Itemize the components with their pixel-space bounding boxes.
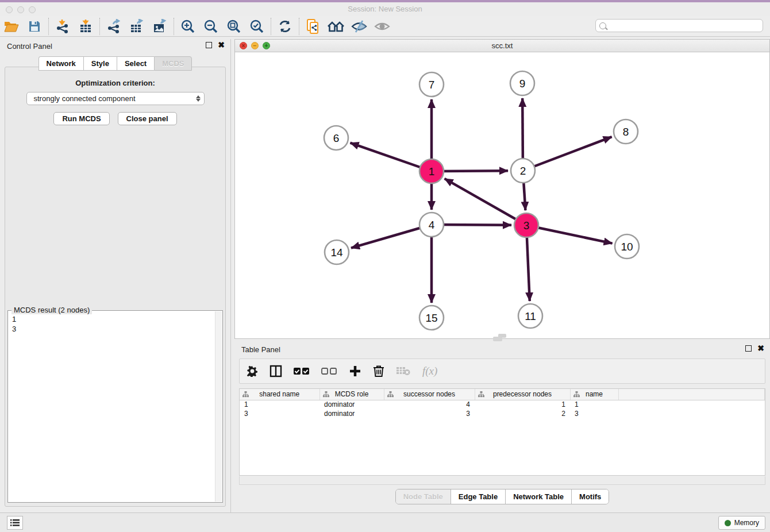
search-icon xyxy=(599,22,606,29)
node-15[interactable]: 15 xyxy=(419,306,444,330)
import-table-icon[interactable] xyxy=(74,17,97,36)
column-header-predecessor-nodes[interactable]: predecessor nodes xyxy=(475,389,570,400)
svg-text:10: 10 xyxy=(621,241,633,253)
window-title: Session: New Session xyxy=(0,5,770,13)
svg-text:11: 11 xyxy=(525,310,536,322)
optimization-dropdown[interactable]: strongly connected component xyxy=(26,92,205,105)
result-scrollbar[interactable] xyxy=(215,311,222,502)
clone-network-icon[interactable] xyxy=(302,17,325,36)
memory-status-icon xyxy=(725,520,731,526)
svg-text:3: 3 xyxy=(523,219,530,232)
table-panel-title: Table Panel xyxy=(241,345,280,354)
tab-edge-table[interactable]: Edge Table xyxy=(451,489,506,504)
column-header-filler xyxy=(618,389,765,400)
node-10[interactable]: 10 xyxy=(615,234,639,259)
open-folder-icon[interactable] xyxy=(0,17,23,36)
node-table[interactable]: shared nameMCDS rolesuccessor nodesprede… xyxy=(239,388,765,476)
network-window-titlebar[interactable]: × − + scc.txt xyxy=(235,40,769,52)
zoom-in-icon[interactable] xyxy=(176,17,199,36)
export-image-icon[interactable] xyxy=(148,17,171,36)
mcds-panel: Optimization criterion: strongly connect… xyxy=(5,67,226,507)
node-2[interactable]: 2 xyxy=(511,159,535,183)
node-4[interactable]: 4 xyxy=(419,213,444,237)
column-header-MCDS-role[interactable]: MCDS role xyxy=(319,389,384,400)
tab-style[interactable]: Style xyxy=(83,56,117,71)
table-toolbar: f(x) xyxy=(239,358,765,384)
edge-3-1[interactable] xyxy=(445,179,526,225)
add-column-icon[interactable] xyxy=(349,365,361,377)
delete-table-icon[interactable] xyxy=(396,366,411,376)
run-mcds-button[interactable]: Run MCDS xyxy=(53,112,109,125)
network-window-title: scc.txt xyxy=(235,41,769,50)
delete-icon[interactable] xyxy=(373,365,384,377)
task-history-button[interactable] xyxy=(7,516,23,530)
table-tabs: Node TableEdge TableNetwork TableMotifs xyxy=(395,489,610,504)
horizontal-splitter-icon[interactable] xyxy=(493,337,502,341)
network-window: × − + scc.txt 7968124314101511 xyxy=(234,39,770,339)
svg-text:14: 14 xyxy=(330,246,343,259)
tab-network-table[interactable]: Network Table xyxy=(506,489,572,504)
svg-text:9: 9 xyxy=(519,78,526,90)
import-network-icon[interactable] xyxy=(51,17,74,36)
close-panel-button[interactable]: Close panel xyxy=(118,112,177,125)
column-view-icon[interactable] xyxy=(270,365,282,377)
deselect-all-icon[interactable] xyxy=(321,367,337,375)
select-all-icon[interactable] xyxy=(294,367,310,375)
network-canvas[interactable]: 7968124314101511 xyxy=(235,52,769,338)
edge-2-8[interactable] xyxy=(523,137,612,171)
node-8[interactable]: 8 xyxy=(614,119,638,144)
node-14[interactable]: 14 xyxy=(325,240,349,264)
column-header-shared-name[interactable]: shared name xyxy=(240,389,319,400)
close-panel-icon[interactable]: ✖ xyxy=(218,42,225,48)
search-input[interactable] xyxy=(609,22,763,30)
edge-1-6[interactable] xyxy=(351,143,432,171)
svg-text:15: 15 xyxy=(425,312,437,324)
tab-mcds[interactable]: MCDS xyxy=(154,56,192,71)
memory-label: Memory xyxy=(734,519,759,527)
close-table-panel-icon[interactable]: ✖ xyxy=(757,345,764,352)
float-panel-icon[interactable] xyxy=(206,42,212,48)
node-7[interactable]: 7 xyxy=(419,72,444,97)
svg-text:7: 7 xyxy=(429,79,435,91)
tab-node-table[interactable]: Node Table xyxy=(396,489,451,504)
hide-graphics-icon[interactable] xyxy=(348,17,371,36)
node-11[interactable]: 11 xyxy=(518,304,542,328)
svg-text:6: 6 xyxy=(333,132,340,144)
zoom-fit-icon[interactable] xyxy=(222,17,245,36)
chevron-updown-icon xyxy=(196,95,201,102)
mcds-result-box: MCDS result (2 nodes) 1 3 xyxy=(7,310,223,503)
mcds-result-text[interactable]: 1 3 xyxy=(9,314,214,501)
home-icon[interactable] xyxy=(325,17,348,36)
control-panel: Control Panel ✖ NetworkStyleSelectMCDS O… xyxy=(0,39,231,512)
zoom-out-icon[interactable] xyxy=(199,17,222,36)
export-table-icon[interactable] xyxy=(125,17,148,36)
tab-motifs[interactable]: Motifs xyxy=(572,489,609,504)
refresh-icon[interactable] xyxy=(274,17,297,36)
mcds-result-title: MCDS result (2 nodes) xyxy=(11,306,92,314)
table-row[interactable]: 1dominator411 xyxy=(240,400,765,409)
function-builder-icon[interactable]: f(x) xyxy=(422,365,437,377)
status-bar: Memory xyxy=(0,512,770,532)
table-row[interactable]: 3dominator323 xyxy=(240,409,765,418)
node-9[interactable]: 9 xyxy=(510,71,534,95)
tab-network[interactable]: Network xyxy=(38,56,83,71)
float-table-panel-icon[interactable] xyxy=(745,345,752,352)
save-icon[interactable] xyxy=(23,17,46,36)
table-scrollbar[interactable] xyxy=(239,476,765,485)
column-header-successor-nodes[interactable]: successor nodes xyxy=(384,389,475,400)
tab-select[interactable]: Select xyxy=(117,56,154,71)
edge-3-10[interactable] xyxy=(526,225,613,244)
zoom-selected-icon[interactable] xyxy=(245,17,268,36)
node-3[interactable]: 3 xyxy=(514,213,538,237)
node-6[interactable]: 6 xyxy=(324,126,348,150)
memory-button[interactable]: Memory xyxy=(718,516,765,530)
node-1[interactable]: 1 xyxy=(419,159,444,183)
gear-icon[interactable] xyxy=(247,365,258,377)
svg-text:4: 4 xyxy=(429,219,435,231)
column-header-name[interactable]: name xyxy=(570,389,618,400)
show-graphics-icon[interactable] xyxy=(371,17,394,36)
search-box[interactable] xyxy=(595,19,763,32)
table-panel: Table Panel ✖ f(x) shared nameMCDS rol xyxy=(234,342,770,512)
control-panel-title: Control Panel xyxy=(7,42,52,51)
export-network-icon[interactable] xyxy=(102,17,125,36)
